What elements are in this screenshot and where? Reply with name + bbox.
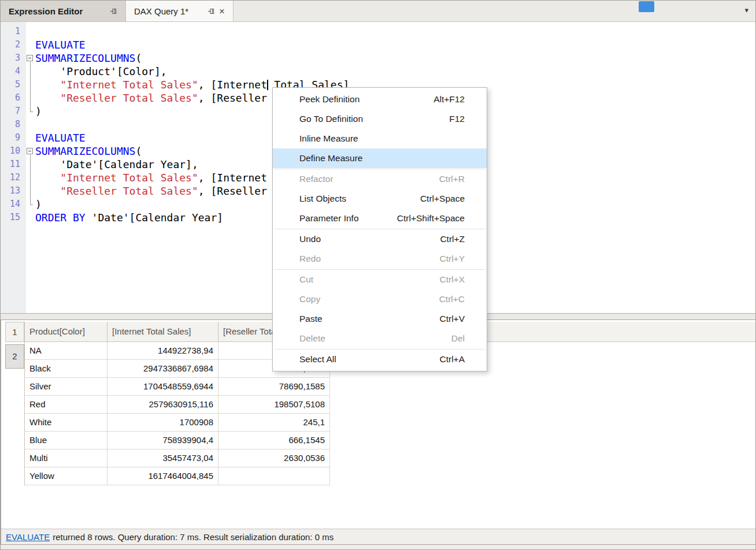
- app-window: Expression Editor DAX Query 1* ×: [0, 0, 756, 550]
- menu-item-shortcut: Ctrl+R: [439, 174, 465, 184]
- code-token: 'Product'[Color],: [35, 65, 167, 77]
- fold-collapse-toggle-icon[interactable]: [27, 55, 33, 61]
- table-row: Silver1704548559,694478690,1585: [25, 378, 756, 396]
- line-number: 8: [1, 118, 26, 131]
- menu-item-shortcut: Ctrl+Y: [440, 254, 465, 264]
- menu-item-peek-definition[interactable]: Peek DefinitionAlt+F12: [273, 90, 487, 109]
- tab-expression-editor-label: Expression Editor: [9, 6, 83, 16]
- cell-internet-total-sales[interactable]: 144922738,94: [108, 342, 218, 360]
- result-set-gutter-1[interactable]: 1: [5, 322, 24, 342]
- line-number: 1: [1, 25, 26, 38]
- menu-item-inline-measure[interactable]: Inline Measure: [273, 129, 487, 148]
- menu-item-label: Select All: [299, 354, 336, 365]
- menu-item-shortcut: Ctrl+Shift+Space: [397, 213, 465, 224]
- status-message: returned 8 rows. Query duration: 7 ms. R…: [53, 532, 333, 542]
- tab-icon-group: ×: [207, 6, 225, 16]
- line-number: 15: [1, 211, 26, 224]
- string-token: "Reseller Total Sales": [60, 185, 198, 197]
- cell-product-color[interactable]: Blue: [25, 432, 108, 449]
- keyword-token: SUMMARIZECOLUMNS: [35, 52, 135, 64]
- cell-reseller-total-sales[interactable]: 2630,0536: [218, 449, 330, 467]
- line-number: 2: [1, 38, 26, 51]
- menu-item-label: Undo: [299, 234, 321, 244]
- menu-item-parameter-info[interactable]: Parameter InfoCtrl+Shift+Space: [273, 209, 487, 228]
- menu-item-shortcut: Ctrl+Z: [440, 234, 465, 244]
- keyword-token: EVALUATE: [35, 39, 86, 51]
- close-icon[interactable]: ×: [219, 6, 225, 16]
- pin-icon[interactable]: [207, 8, 215, 15]
- line-number: 14: [1, 198, 26, 211]
- line-number: 10: [1, 144, 26, 158]
- code-token: 'Date'[Calendar Year]: [86, 211, 223, 224]
- cell-product-color[interactable]: Yellow: [25, 467, 108, 485]
- cell-reseller-total-sales[interactable]: 245,1: [218, 414, 330, 432]
- line-number: 7: [1, 105, 26, 118]
- cell-product-color[interactable]: NA: [25, 342, 108, 360]
- evaluate-link[interactable]: EVALUATE: [6, 532, 50, 542]
- keyword-token: ORDER BY: [35, 211, 86, 224]
- menu-item-label: Peek Definition: [299, 94, 360, 105]
- code-token: (: [135, 52, 142, 64]
- pin-icon[interactable]: [110, 8, 117, 15]
- cell-internet-total-sales[interactable]: 35457473,04: [108, 449, 218, 467]
- status-bar: EVALUATE returned 8 rows. Query duration…: [1, 529, 756, 544]
- column-header[interactable]: Product[Color]: [25, 322, 108, 342]
- line-number: 13: [1, 184, 26, 198]
- code-line[interactable]: SUMMARIZECOLUMNS(: [35, 51, 755, 65]
- cell-reseller-total-sales[interactable]: [218, 467, 330, 485]
- menu-item-undo[interactable]: UndoCtrl+Z: [273, 229, 487, 249]
- menu-item-define-measure[interactable]: Define Measure: [273, 148, 487, 168]
- menu-item-list-objects[interactable]: List ObjectsCtrl+Space: [273, 189, 487, 209]
- cell-reseller-total-sales[interactable]: 198507,5108: [218, 396, 330, 414]
- menu-item-shortcut: Ctrl+A: [440, 354, 465, 365]
- line-number: 12: [1, 171, 26, 184]
- code-line[interactable]: EVALUATE: [35, 38, 755, 51]
- menu-item-shortcut: Ctrl+C: [439, 294, 465, 304]
- fold-collapse-toggle-icon[interactable]: [27, 148, 33, 154]
- column-header[interactable]: [Internet Total Sales]: [108, 322, 218, 342]
- menu-item-select-all[interactable]: Select AllCtrl+A: [273, 350, 487, 369]
- code-token: [35, 172, 60, 184]
- code-line[interactable]: 'Product'[Color],: [35, 65, 755, 78]
- cell-internet-total-sales[interactable]: 2947336867,6984: [108, 360, 218, 378]
- code-token: , [Internet: [198, 79, 267, 91]
- cell-product-color[interactable]: White: [25, 414, 108, 432]
- code-token: (: [135, 145, 142, 157]
- keyword-token: SUMMARIZECOLUMNS: [35, 145, 135, 157]
- string-token: "Internet Total Sales": [60, 79, 198, 91]
- tab-expression-editor[interactable]: Expression Editor: [1, 1, 126, 21]
- tab-dax-query-1[interactable]: DAX Query 1* ×: [126, 1, 234, 21]
- document-tab-bar: Expression Editor DAX Query 1* ×: [1, 1, 755, 22]
- code-token: [35, 185, 60, 197]
- menu-item-go-to-definition[interactable]: Go To DefinitionF12: [273, 109, 487, 129]
- cell-product-color[interactable]: Red: [25, 396, 108, 414]
- fold-end: [30, 205, 33, 205]
- line-number: 5: [1, 78, 26, 91]
- menu-item-paste[interactable]: PasteCtrl+V: [273, 309, 487, 329]
- menu-item-label: Inline Measure: [299, 133, 358, 144]
- menu-item-label: Refactor: [299, 174, 333, 184]
- menu-item-label: Parameter Info: [299, 213, 359, 224]
- blue-toolbar-icon[interactable]: [639, 1, 654, 12]
- cell-internet-total-sales[interactable]: 1704548559,6944: [108, 378, 218, 396]
- cell-internet-total-sales[interactable]: 1617464004,845: [108, 467, 218, 485]
- code-token: ): [35, 105, 42, 117]
- chevron-down-icon[interactable]: ▾: [744, 6, 748, 14]
- menu-item-copy: CopyCtrl+C: [273, 289, 487, 309]
- tab-dax-query-1-label: DAX Query 1*: [134, 6, 188, 16]
- cell-product-color[interactable]: Black: [25, 360, 108, 378]
- menu-item-shortcut: Ctrl+V: [440, 314, 465, 324]
- cell-product-color[interactable]: Silver: [25, 378, 108, 396]
- cell-internet-total-sales[interactable]: 758939904,4: [108, 432, 218, 449]
- menu-item-shortcut: Alt+F12: [433, 94, 465, 105]
- menu-item-label: Cut: [299, 274, 313, 285]
- code-line[interactable]: [35, 25, 755, 38]
- cell-reseller-total-sales[interactable]: 666,1545: [218, 432, 330, 449]
- cell-reseller-total-sales[interactable]: 78690,1585: [218, 378, 330, 396]
- result-set-gutter-2[interactable]: 2: [5, 344, 24, 369]
- cell-product-color[interactable]: Multi: [25, 449, 108, 467]
- cell-internet-total-sales[interactable]: 1700908: [108, 414, 218, 432]
- menu-item-shortcut: Del: [451, 333, 465, 344]
- cell-internet-total-sales[interactable]: 2579630915,116: [108, 396, 218, 414]
- menu-item-label: Copy: [299, 294, 320, 304]
